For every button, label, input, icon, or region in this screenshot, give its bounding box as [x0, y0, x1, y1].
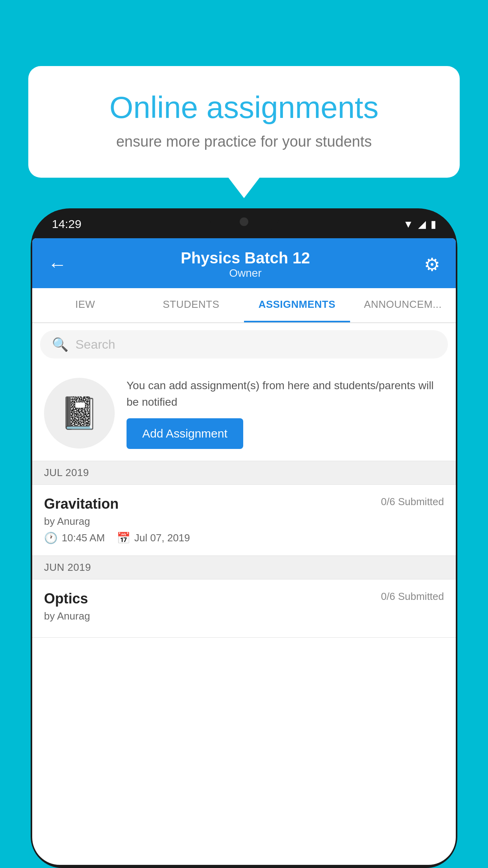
header-title: Physics Batch 12 — [181, 249, 310, 267]
bubble-title: Online assignments — [56, 90, 432, 125]
notebook-icon: 📓 — [60, 395, 99, 432]
tab-students[interactable]: STUDENTS — [138, 288, 244, 322]
assignment-optics-submitted: 0/6 Submitted — [381, 590, 444, 603]
tab-announcements[interactable]: ANNOUNCEM... — [350, 288, 456, 322]
assignment-gravitation-name: Gravitation — [44, 496, 119, 512]
back-button[interactable]: ← — [48, 254, 67, 275]
signal-icon: ◢ — [418, 218, 426, 230]
phone-frame: 14:29 ▼ ◢ ▮ ← Physics Batch 12 Owner ⚙ I… — [31, 208, 457, 868]
app-header: ← Physics Batch 12 Owner ⚙ — [32, 238, 456, 288]
clock-icon: 🕐 — [44, 531, 58, 544]
promo-content: You can add assignment(s) from here and … — [127, 377, 444, 449]
assignment-optics-by: by Anurag — [44, 610, 444, 622]
assignment-gravitation-header: Gravitation 0/6 Submitted — [44, 496, 444, 512]
assignment-gravitation-meta: 🕐 10:45 AM 📅 Jul 07, 2019 — [44, 531, 444, 544]
assignment-gravitation-date: 📅 Jul 07, 2019 — [117, 531, 190, 544]
month-jul-2019: JUL 2019 — [32, 461, 456, 485]
assignment-item-optics[interactable]: Optics 0/6 Submitted by Anurag — [32, 579, 456, 638]
status-icons: ▼ ◢ ▮ — [403, 218, 436, 230]
wifi-icon: ▼ — [403, 218, 413, 230]
assignment-gravitation-time-value: 10:45 AM — [62, 532, 105, 544]
tab-bar: IEW STUDENTS ASSIGNMENTS ANNOUNCEM... — [32, 288, 456, 323]
bubble-subtitle: ensure more practice for your students — [56, 133, 432, 150]
assignment-gravitation-by: by Anurag — [44, 515, 444, 528]
tab-iew[interactable]: IEW — [32, 288, 138, 322]
assignment-gravitation-date-value: Jul 07, 2019 — [134, 532, 190, 544]
search-container: 🔍 Search — [32, 323, 456, 366]
header-center: Physics Batch 12 Owner — [181, 249, 310, 280]
assignment-gravitation-time: 🕐 10:45 AM — [44, 531, 105, 544]
phone-screen: ← Physics Batch 12 Owner ⚙ IEW STUDENTS … — [32, 238, 456, 865]
assignment-icon-circle: 📓 — [44, 378, 115, 449]
promo-text: You can add assignment(s) from here and … — [127, 377, 444, 410]
phone-status-bar: 14:29 ▼ ◢ ▮ — [32, 210, 456, 238]
assignment-gravitation-submitted: 0/6 Submitted — [381, 496, 444, 508]
phone-notch — [209, 210, 279, 234]
battery-icon: ▮ — [431, 218, 436, 230]
status-time: 14:29 — [52, 217, 81, 231]
tab-assignments[interactable]: ASSIGNMENTS — [244, 288, 350, 322]
month-jun-2019: JUN 2019 — [32, 556, 456, 579]
speech-bubble: Online assignments ensure more practice … — [28, 66, 460, 178]
search-icon: 🔍 — [52, 337, 68, 352]
add-assignment-button[interactable]: Add Assignment — [127, 418, 243, 449]
search-placeholder: Search — [75, 337, 115, 352]
search-bar[interactable]: 🔍 Search — [40, 330, 448, 359]
assignment-optics-name: Optics — [44, 590, 88, 607]
camera-dot — [240, 217, 248, 226]
header-subtitle: Owner — [181, 267, 310, 280]
assignment-optics-header: Optics 0/6 Submitted — [44, 590, 444, 607]
settings-icon[interactable]: ⚙ — [424, 254, 440, 275]
assignment-item-gravitation[interactable]: Gravitation 0/6 Submitted by Anurag 🕐 10… — [32, 485, 456, 556]
calendar-icon: 📅 — [117, 531, 130, 544]
promo-section: 📓 You can add assignment(s) from here an… — [32, 366, 456, 461]
